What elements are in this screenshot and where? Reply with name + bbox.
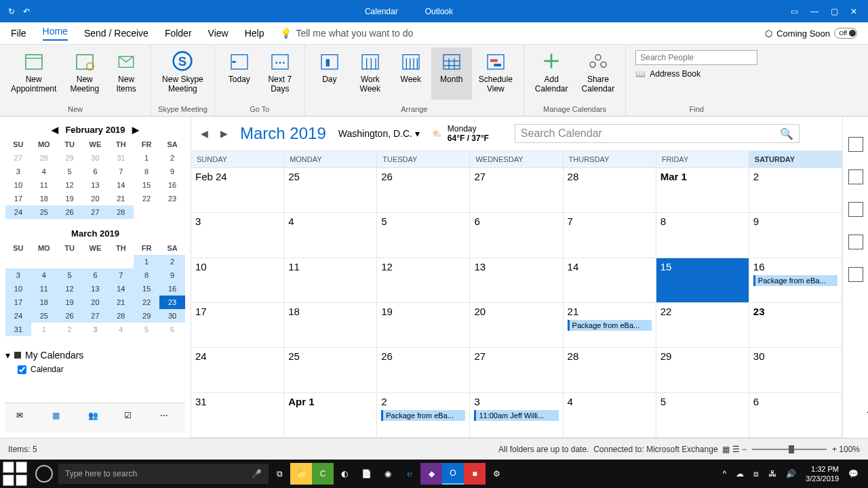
minical-day[interactable]: 1: [31, 323, 57, 336]
minical-day[interactable]: 24: [5, 309, 31, 323]
calendar-cell[interactable]: 311:00am Jeff Willi...: [470, 393, 563, 437]
calendar-cell[interactable]: 5: [377, 213, 470, 257]
minical-day[interactable]: 4: [31, 165, 57, 178]
minical-day[interactable]: 7: [108, 268, 134, 282]
minical-day[interactable]: 11: [31, 282, 57, 296]
minical-day[interactable]: 12: [57, 178, 83, 192]
strip-icon-4[interactable]: [848, 235, 863, 249]
calendar-cell[interactable]: 27: [470, 168, 563, 212]
calendar-cell[interactable]: 10: [191, 258, 284, 302]
today-button[interactable]: Today: [219, 47, 260, 100]
menu-folder[interactable]: Folder: [165, 28, 192, 39]
maximize-icon[interactable]: ▢: [831, 7, 838, 16]
minical-day[interactable]: 28: [31, 151, 57, 165]
minical-day[interactable]: 9: [159, 268, 185, 282]
minical-day[interactable]: [5, 255, 31, 268]
minical-day[interactable]: 1: [134, 151, 159, 165]
calendar-cell[interactable]: 5: [656, 393, 749, 437]
more-icon[interactable]: ⋯: [160, 411, 175, 426]
calendar-cell[interactable]: 15: [656, 258, 749, 302]
calendar-event[interactable]: Package from eBa...: [381, 410, 465, 421]
zoom-slider[interactable]: [752, 449, 827, 450]
calendar-cell[interactable]: Mar 1: [656, 168, 749, 212]
view-normal-icon[interactable]: ▦: [722, 445, 730, 454]
minical-day[interactable]: 6: [159, 323, 185, 336]
calendar-cell[interactable]: 7: [564, 213, 656, 257]
minical-day[interactable]: 9: [159, 165, 185, 178]
minical-day[interactable]: 1: [134, 255, 159, 268]
calendar-cell[interactable]: 8: [656, 213, 749, 257]
location-dropdown[interactable]: Washington, D.C. ▾: [338, 128, 420, 139]
new-items-button[interactable]: NewItems: [106, 47, 146, 100]
minical-day[interactable]: 13: [83, 178, 108, 192]
minical-day[interactable]: 16: [159, 282, 185, 296]
close-icon[interactable]: ✕: [850, 7, 857, 16]
menu-file[interactable]: File: [11, 28, 26, 39]
minical-day[interactable]: 31: [108, 151, 134, 165]
minical-day[interactable]: 18: [31, 296, 57, 309]
calendar-cell[interactable]: 4: [284, 213, 377, 257]
calendar-cell[interactable]: 19: [377, 303, 470, 347]
schedule-view-button[interactable]: ScheduleView: [472, 47, 519, 100]
prev-month-icon[interactable]: ◀: [52, 125, 58, 135]
calendar-cell[interactable]: 27: [470, 348, 563, 392]
minical-day[interactable]: [134, 205, 159, 219]
tray-volume-icon[interactable]: 🔊: [786, 469, 796, 479]
task-view-icon[interactable]: ⧉: [269, 463, 290, 485]
minical-day[interactable]: 17: [5, 296, 31, 309]
minical-day[interactable]: 23: [159, 192, 185, 205]
calendar-cell[interactable]: 11: [284, 258, 377, 302]
undo-icon[interactable]: ↶: [23, 7, 30, 16]
file-explorer-icon[interactable]: 📁: [290, 463, 312, 485]
app-icon-2[interactable]: ■: [464, 463, 486, 485]
week-view-button[interactable]: Week: [391, 47, 431, 100]
calendar-icon[interactable]: ▦: [52, 411, 67, 426]
people-icon[interactable]: 👥: [88, 411, 103, 426]
calendar-cell[interactable]: 29: [656, 348, 749, 392]
minical-day[interactable]: [31, 255, 57, 268]
minical-day[interactable]: 20: [83, 192, 108, 205]
calendar-cell[interactable]: 25: [284, 168, 377, 212]
minical-day[interactable]: 7: [108, 165, 134, 178]
work-week-view-button[interactable]: WorkWeek: [350, 47, 391, 100]
calendar-cell[interactable]: 2: [749, 168, 842, 212]
minical-day[interactable]: 4: [31, 268, 57, 282]
minical-day[interactable]: 5: [57, 165, 83, 178]
camtasia-icon[interactable]: C: [312, 463, 334, 485]
mail-icon[interactable]: ✉: [16, 411, 31, 426]
address-book-button[interactable]: 📖 Address Book: [635, 69, 757, 79]
calendar-cell[interactable]: 9: [749, 213, 842, 257]
minical-day[interactable]: 28: [108, 309, 134, 323]
calendar-event[interactable]: Package from eBa...: [753, 275, 837, 286]
search-people-input[interactable]: [635, 50, 757, 65]
minical-day[interactable]: 27: [5, 151, 31, 165]
minical-day[interactable]: 26: [57, 205, 83, 219]
menu-home[interactable]: Home: [43, 26, 68, 41]
calendar-cell[interactable]: 31: [191, 393, 284, 437]
minical-day[interactable]: 2: [57, 323, 83, 336]
calendar-cell[interactable]: 26: [377, 348, 470, 392]
minical-day[interactable]: 19: [57, 192, 83, 205]
minical-day[interactable]: 12: [57, 282, 83, 296]
calendar-cell[interactable]: 3: [191, 213, 284, 257]
minical-day[interactable]: 28: [108, 205, 134, 219]
display-options-icon[interactable]: ▭: [791, 7, 798, 16]
minical-day[interactable]: 8: [134, 165, 159, 178]
skype-meeting-button[interactable]: SNew SkypeMeeting: [155, 47, 210, 100]
calendar-cell[interactable]: 18: [284, 303, 377, 347]
collapse-icon[interactable]: ▾: [5, 350, 10, 361]
refresh-icon[interactable]: ↻: [8, 7, 15, 16]
minical-day[interactable]: 3: [5, 268, 31, 282]
minical-day[interactable]: 18: [31, 192, 57, 205]
minical-day[interactable]: 20: [83, 296, 108, 309]
tasks-icon[interactable]: ☑: [124, 411, 139, 426]
tray-arrow-icon[interactable]: ^: [722, 469, 726, 479]
minical-day[interactable]: 6: [83, 268, 108, 282]
minical-day[interactable]: 25: [31, 205, 57, 219]
calendar-cell[interactable]: 21Package from eBa...: [564, 303, 656, 347]
strip-icon-1[interactable]: [848, 137, 863, 152]
calendar-cell[interactable]: 24: [191, 348, 284, 392]
day-view-button[interactable]: Day: [309, 47, 350, 100]
minical-day[interactable]: 5: [134, 323, 159, 336]
strip-icon-3[interactable]: [848, 202, 863, 217]
